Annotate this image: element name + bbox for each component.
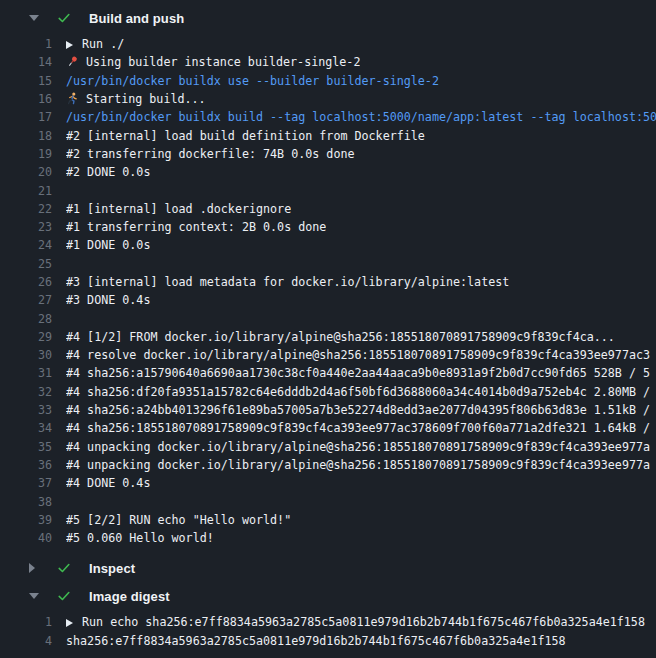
log-text-content: #4 sha256:df20fa9351a15782c64e6dddb2d4a6… [66, 385, 650, 399]
log-lines: 1Run echo sha256:e7ff8834a5963a2785c5a08… [0, 610, 656, 657]
check-icon [56, 560, 72, 576]
chevron-down-icon[interactable] [29, 593, 41, 599]
chevron-triangle [29, 593, 39, 599]
log-text-content: sha256:e7ff8834a5963a2785c5a0811e979d16b… [66, 634, 566, 648]
step-section: Image digest1Run echo sha256:e7ff8834a59… [0, 582, 656, 657]
log-line-text[interactable]: Run echo sha256:e7ff8834a5963a2785c5a081… [66, 615, 645, 629]
log-line-number[interactable]: 17 [0, 110, 52, 124]
log-line: 32#4 sha256:df20fa9351a15782c64e6dddb2d4… [0, 383, 656, 401]
log-line-text: #4 DONE 0.4s [66, 476, 150, 490]
log-lines: 1Run ./14Using builder instance builder-… [0, 32, 656, 554]
log-line: 29#4 [1/2] FROM docker.io/library/alpine… [0, 328, 656, 346]
log-line-number[interactable]: 15 [0, 74, 52, 88]
log-line: 37#4 DONE 0.4s [0, 474, 656, 492]
log-line-number[interactable]: 19 [0, 147, 52, 161]
log-line-text: #4 [1/2] FROM docker.io/library/alpine@s… [66, 330, 615, 344]
log-line: 30#4 resolve docker.io/library/alpine@sh… [0, 346, 656, 364]
log-text-content: #5 0.060 Hello world! [66, 531, 214, 545]
log-text-content: #4 sha256:185518070891758909c9f839cf4ca3… [66, 421, 650, 435]
log-line-number[interactable]: 40 [0, 531, 52, 545]
log-line-number[interactable]: 34 [0, 421, 52, 435]
log-line-text: #4 unpacking docker.io/library/alpine@sh… [66, 458, 650, 472]
log-line: 36#4 unpacking docker.io/library/alpine@… [0, 456, 656, 474]
log-line-number[interactable]: 30 [0, 348, 52, 362]
log-line: 15/usr/bin/docker buildx use --builder b… [0, 72, 656, 90]
log-line-number[interactable]: 4 [0, 634, 52, 648]
chevron-right-icon[interactable] [29, 563, 41, 573]
step-header[interactable]: Inspect [0, 554, 656, 582]
step-header[interactable]: Build and push [0, 4, 656, 32]
log-line-number[interactable]: 37 [0, 476, 52, 490]
log-line-number[interactable]: 29 [0, 330, 52, 344]
log-line: 14Using builder instance builder-single-… [0, 53, 656, 71]
log-text-content: #3 [internal] load metadata for docker.i… [66, 275, 509, 289]
log-line: 20#2 DONE 0.0s [0, 163, 656, 181]
steps-list: Build and push1Run ./14Using builder ins… [0, 4, 656, 657]
log-line-number[interactable]: 27 [0, 293, 52, 307]
log-line: 34#4 sha256:185518070891758909c9f839cf4c… [0, 419, 656, 437]
log-line-number[interactable]: 20 [0, 165, 52, 179]
log-line-number[interactable]: 22 [0, 202, 52, 216]
step-section: Build and push1Run ./14Using builder ins… [0, 4, 656, 554]
log-line-text: #4 sha256:a24bb4013296f61e89ba57005a7b3e… [66, 403, 650, 417]
log-line-number[interactable]: 25 [0, 257, 52, 271]
log-line-text: #2 transferring dockerfile: 74B 0.0s don… [66, 147, 355, 161]
step-header[interactable]: Image digest [0, 582, 656, 610]
check-icon [56, 10, 72, 26]
log-line-number[interactable]: 32 [0, 385, 52, 399]
log-text-content: #4 sha256:a24bb4013296f61e89ba57005a7b3e… [66, 403, 650, 417]
log-text-content: #1 [internal] load .dockerignore [66, 202, 291, 216]
log-line-text: #2 [internal] load build definition from… [66, 129, 425, 143]
log-line: 21 [0, 181, 656, 199]
chevron-down-icon[interactable] [29, 15, 41, 21]
runner-icon [66, 92, 80, 105]
log-line-text: #4 unpacking docker.io/library/alpine@sh… [66, 440, 650, 454]
log-line-number[interactable]: 38 [0, 495, 52, 509]
log-line: 28 [0, 309, 656, 327]
log-line-text: #3 [internal] load metadata for docker.i… [66, 275, 509, 289]
log-line-number[interactable]: 21 [0, 184, 52, 198]
log-line: 33#4 sha256:a24bb4013296f61e89ba57005a7b… [0, 401, 656, 419]
log-line-number[interactable]: 36 [0, 458, 52, 472]
log-line-text[interactable]: Run ./ [66, 37, 124, 51]
log-line-number[interactable]: 16 [0, 92, 52, 106]
log-line: 19#2 transferring dockerfile: 74B 0.0s d… [0, 145, 656, 163]
log-line: 39#5 [2/2] RUN echo "Hello world!" [0, 511, 656, 529]
chevron-triangle [29, 15, 39, 21]
step-title: Build and push [89, 11, 184, 26]
log-line-text: #2 DONE 0.0s [66, 165, 150, 179]
step-section: Inspect [0, 554, 656, 582]
step-title: Image digest [89, 589, 170, 604]
step-title: Inspect [89, 561, 135, 576]
log-text-content: #2 transferring dockerfile: 74B 0.0s don… [66, 147, 355, 161]
expand-group-icon[interactable] [66, 41, 73, 49]
chevron-triangle [29, 563, 35, 573]
log-text-content: Run echo sha256:e7ff8834a5963a2785c5a081… [82, 615, 645, 629]
log-line-text: #3 DONE 0.4s [66, 293, 150, 307]
log-line: 16Starting build... [0, 90, 656, 108]
log-text-content: Run ./ [82, 37, 124, 51]
log-line-number[interactable]: 39 [0, 513, 52, 527]
log-line-text: Starting build... [66, 92, 206, 106]
log-line-text: /usr/bin/docker buildx build --tag local… [66, 110, 656, 124]
log-line-text: #1 DONE 0.0s [66, 238, 150, 252]
log-line-number[interactable]: 33 [0, 403, 52, 417]
log-line: 24#1 DONE 0.0s [0, 236, 656, 254]
log-line: 35#4 unpacking docker.io/library/alpine@… [0, 438, 656, 456]
log-line-number[interactable]: 35 [0, 440, 52, 454]
expand-group-icon[interactable] [66, 619, 73, 627]
log-line-number[interactable]: 23 [0, 220, 52, 234]
log-line-number[interactable]: 26 [0, 275, 52, 289]
log-text-content: #4 unpacking docker.io/library/alpine@sh… [66, 458, 650, 472]
log-line-number[interactable]: 1 [0, 37, 52, 51]
pushpin-icon [66, 55, 80, 68]
log-line-number[interactable]: 1 [0, 615, 52, 629]
log-text-content: Using builder instance builder-single-2 [86, 55, 360, 69]
log-line: 26#3 [internal] load metadata for docker… [0, 273, 656, 291]
log-line: 4sha256:e7ff8834a5963a2785c5a0811e979d16… [0, 632, 656, 650]
log-line-number[interactable]: 18 [0, 129, 52, 143]
log-line-number[interactable]: 28 [0, 312, 52, 326]
log-line-number[interactable]: 14 [0, 55, 52, 69]
log-line-number[interactable]: 31 [0, 366, 52, 380]
log-line-number[interactable]: 24 [0, 238, 52, 252]
